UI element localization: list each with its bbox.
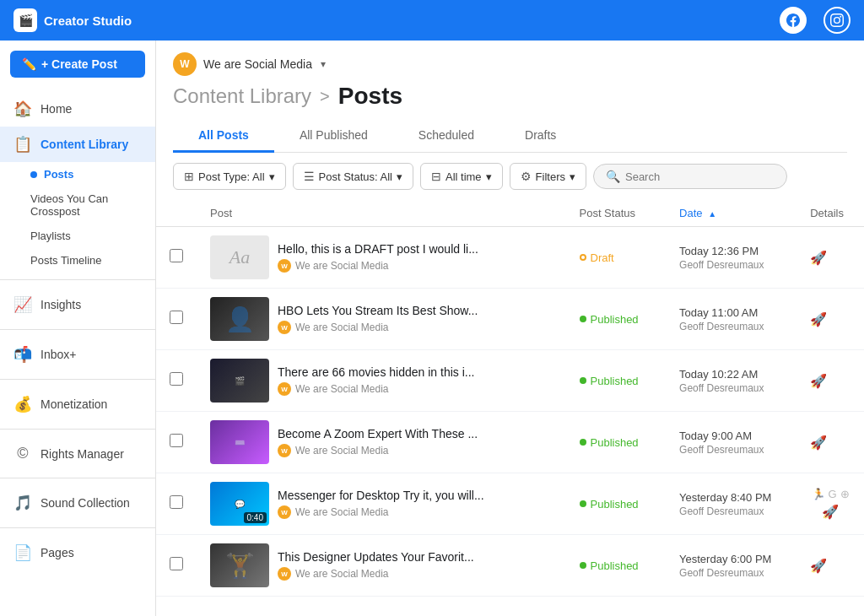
post-title-4: Become A Zoom Expert With These ... <box>278 427 478 440</box>
account-selector[interactable]: W We are Social Media ▾ <box>173 52 847 76</box>
brand-icon: 🎬 <box>14 8 37 32</box>
post-cell-1: Aa Hello, this is a DRAFT post I would l… <box>210 235 553 279</box>
details-icon-3[interactable]: 🚀 <box>810 374 827 388</box>
create-post-button[interactable]: ✏️ + Create Post <box>10 51 145 78</box>
sidebar-item-rights-manager[interactable]: © Rights Manager <box>0 436 155 471</box>
date-cell-1: Today 12:36 PM Geoff Desreumaux <box>679 245 783 271</box>
col-post: Post <box>197 200 566 227</box>
row-checkbox-3[interactable] <box>170 372 183 386</box>
post-status-filter[interactable]: ☰ Post Status: All ▾ <box>293 163 413 190</box>
filters-chevron-icon: ▾ <box>570 170 575 183</box>
post-cell-2: 👤 HBO Lets You Stream Its Best Show... W… <box>210 297 553 341</box>
post-account-avatar-4: W <box>278 444 291 457</box>
create-icon: ✏️ <box>22 57 36 71</box>
pages-icon: 📄 <box>14 543 32 562</box>
details-icon-6[interactable]: 🚀 <box>810 559 827 573</box>
status-text-4: Published <box>591 436 639 449</box>
time-filter[interactable]: ⊟ All time ▾ <box>420 163 503 190</box>
date-author-2: Geoff Desreumaux <box>679 321 783 332</box>
details-icon-4[interactable]: 🚀 <box>810 435 827 450</box>
time-label: All time <box>446 170 482 183</box>
account-avatar: W <box>173 52 197 76</box>
col-details: Details <box>796 200 864 227</box>
tab-scheduled[interactable]: Scheduled <box>393 120 500 153</box>
col-status: Post Status <box>566 200 667 227</box>
post-account-avatar-2: W <box>278 321 291 334</box>
tab-drafts[interactable]: Drafts <box>500 120 581 153</box>
instagram-icon[interactable] <box>824 7 850 34</box>
account-name: We are Social Media <box>203 57 312 71</box>
table-row: 💬 0:40 Messenger for Desktop Try it, you… <box>156 473 864 535</box>
sidebar-item-home[interactable]: 🏠 Home <box>0 91 155 127</box>
post-account-row-3: W We are Social Media <box>278 382 474 396</box>
date-cell-3: Today 10:22 AM Geoff Desreumaux <box>679 368 783 394</box>
status-dot-2 <box>580 316 586 322</box>
post-cell-4: ⌨️ Become A Zoom Expert With These ... W… <box>210 420 553 464</box>
breadcrumb-posts: Posts <box>338 83 402 110</box>
row-checkbox-1[interactable] <box>170 249 183 262</box>
tab-all-published[interactable]: All Published <box>274 120 393 153</box>
sidebar-item-insights[interactable]: 📈 Insights <box>0 287 155 322</box>
post-cell-6: 🏋️ This Designer Updates Your Favorit...… <box>210 543 553 587</box>
status-dot-3 <box>580 377 586 384</box>
table-row: 🎬 There are 66 movies hidden in this i..… <box>156 350 864 412</box>
filters-button[interactable]: ⚙ Filters ▾ <box>510 163 586 190</box>
tab-all-posts[interactable]: All Posts <box>173 120 274 153</box>
sidebar-item-monetization[interactable]: 💰 Monetization <box>0 386 155 422</box>
sidebar-divider-6 <box>0 527 155 528</box>
post-info-1: Hello, this is a DRAFT post I would li..… <box>278 242 478 273</box>
insights-icon: 📈 <box>14 295 32 314</box>
sidebar-subitem-playlists[interactable]: Playlists <box>0 224 155 248</box>
subitem-playlists-label: Playlists <box>30 230 71 242</box>
facebook-icon[interactable] <box>780 7 807 34</box>
thumb-content-4: ⌨️ <box>231 435 248 451</box>
sidebar-subitem-posts[interactable]: Posts <box>0 162 155 186</box>
sidebar-label-pages: Pages <box>40 546 74 559</box>
breadcrumb-separator: > <box>320 87 330 106</box>
post-account-row-6: W We are Social Media <box>278 567 474 581</box>
search-input[interactable] <box>625 170 775 183</box>
details-run-icon-5[interactable]: 🏃 <box>812 488 825 500</box>
sidebar-item-inbox[interactable]: 📬 Inbox+ <box>0 337 155 372</box>
row-checkbox-2[interactable] <box>170 311 183 324</box>
search-bar[interactable]: 🔍 <box>593 164 787 189</box>
sidebar-label-sound: Sound Collection <box>40 496 130 510</box>
sidebar-item-content-library[interactable]: 📋 Content Library <box>0 127 155 162</box>
date-cell-4: Today 9:00 AM Geoff Desreumaux <box>679 430 783 456</box>
table-row: 👤 HBO Lets You Stream Its Best Show... W… <box>156 289 864 350</box>
post-info-6: This Designer Updates Your Favorit... W … <box>278 550 474 581</box>
brand: 🎬 Creator Studio <box>14 8 780 32</box>
post-account-row-2: W We are Social Media <box>278 321 478 334</box>
sidebar-subitem-videos[interactable]: Videos You Can Crosspost <box>0 186 155 224</box>
details-icon-2[interactable]: 🚀 <box>810 312 827 327</box>
status-badge-1: Draft <box>580 251 653 264</box>
details-icon-1[interactable]: 🚀 <box>810 251 827 265</box>
main-content: W We are Social Media ▾ Content Library … <box>156 41 864 616</box>
date-cell-2: Today 11:00 AM Geoff Desreumaux <box>679 306 783 332</box>
post-title-5: Messenger for Desktop Try it, you will..… <box>278 489 484 502</box>
post-account-name-6: We are Social Media <box>295 568 389 580</box>
status-text-1: Draft <box>591 251 614 264</box>
post-type-filter[interactable]: ⊞ Post Type: All ▾ <box>173 163 286 190</box>
post-account-name-1: We are Social Media <box>295 260 389 272</box>
col-date[interactable]: Date ▲ <box>666 200 796 227</box>
details-send-icon-5[interactable]: 🚀 <box>822 504 839 520</box>
row-checkbox-6[interactable] <box>170 557 183 570</box>
sidebar-divider-3 <box>0 379 155 380</box>
post-info-2: HBO Lets You Stream Its Best Show... W W… <box>278 304 478 334</box>
posts-dot <box>30 171 37 178</box>
post-status-label: Post Status: All <box>319 170 392 183</box>
subitem-videos-label: Videos You Can Crosspost <box>30 192 142 218</box>
date-time-1: Today 12:36 PM <box>679 245 783 257</box>
details-dots-icon-5[interactable]: ⊕ <box>840 488 850 500</box>
row-checkbox-4[interactable] <box>170 434 183 447</box>
home-icon: 🏠 <box>14 100 32 118</box>
sidebar-item-pages[interactable]: 📄 Pages <box>0 535 155 570</box>
sidebar-subitem-posts-timeline[interactable]: Posts Timeline <box>0 248 155 273</box>
row-checkbox-5[interactable] <box>170 495 183 509</box>
sidebar-item-sound-collection[interactable]: 🎵 Sound Collection <box>0 485 155 521</box>
details-g-icon-5[interactable]: G <box>829 488 837 500</box>
status-dot-4 <box>580 439 586 446</box>
post-account-name-2: We are Social Media <box>295 322 389 333</box>
subitem-posts-label: Posts <box>44 168 73 181</box>
